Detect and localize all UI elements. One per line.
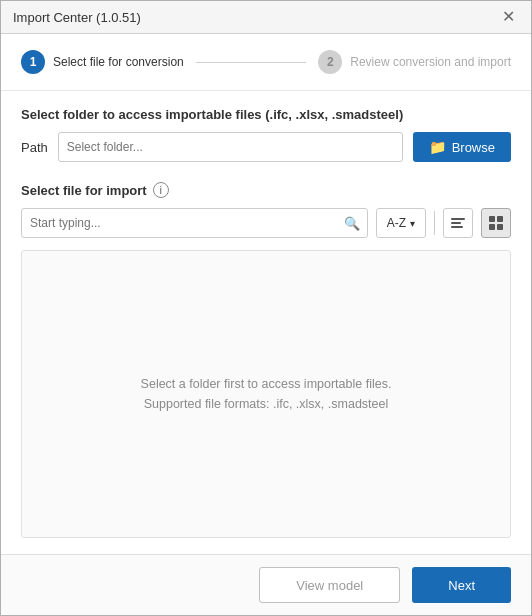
search-sort-row: 🔍 A-Z ▾ [21,208,511,238]
search-input[interactable] [21,208,368,238]
footer: View model Next [1,554,531,615]
window-title: Import Center (1.0.51) [13,10,141,25]
folder-icon: 📁 [429,139,446,155]
main-content: Select folder to access importable files… [1,91,531,554]
close-icon: ✕ [502,8,515,25]
step-2-circle: 2 [318,50,342,74]
path-input[interactable] [58,132,403,162]
browse-label: Browse [452,140,495,155]
list-view-button[interactable] [443,208,473,238]
grid-view-button[interactable] [481,208,511,238]
path-label: Path [21,140,48,155]
step-1: 1 Select file for conversion [21,50,184,74]
chevron-down-icon: ▾ [410,218,415,229]
step-divider [196,62,307,63]
sort-label: A-Z [387,216,406,230]
import-center-window: Import Center (1.0.51) ✕ 1 Select file f… [0,0,532,616]
file-section-header: Select file for import i [21,182,511,198]
window-content: 1 Select file for conversion 2 Review co… [1,34,531,615]
empty-message-line2: Supported file formats: .ifc, .xlsx, .sm… [144,394,389,414]
file-area: Select a folder first to access importab… [21,250,511,538]
step-2-label: Review conversion and import [350,55,511,69]
title-bar: Import Center (1.0.51) ✕ [1,1,531,34]
browse-button[interactable]: 📁 Browse [413,132,511,162]
step-1-circle: 1 [21,50,45,74]
list-view-icon [451,218,465,228]
empty-message-line1: Select a folder first to access importab… [141,374,392,394]
step-2: 2 Review conversion and import [318,50,511,74]
next-label: Next [448,578,475,593]
sort-view-divider [434,211,435,235]
folder-section-title: Select folder to access importable files… [21,107,511,122]
view-model-label: View model [296,578,363,593]
search-wrapper: 🔍 [21,208,368,238]
step-1-label: Select file for conversion [53,55,184,69]
grid-view-icon [489,216,503,230]
next-button[interactable]: Next [412,567,511,603]
view-model-button[interactable]: View model [259,567,400,603]
path-row: Path 📁 Browse [21,132,511,162]
file-section-title: Select file for import [21,183,147,198]
sort-button[interactable]: A-Z ▾ [376,208,426,238]
steps-bar: 1 Select file for conversion 2 Review co… [1,34,531,91]
info-icon: i [153,182,169,198]
close-button[interactable]: ✕ [498,9,519,25]
